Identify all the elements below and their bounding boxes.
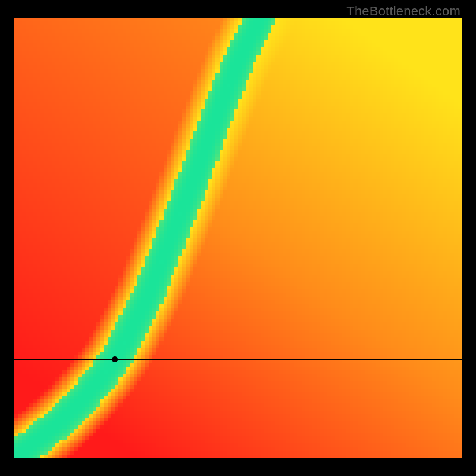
marker-dot (112, 356, 118, 362)
crosshair-horizontal (14, 359, 462, 360)
chart-frame: TheBottleneck.com (0, 0, 476, 476)
heatmap-plot (14, 18, 462, 458)
crosshair-vertical (115, 18, 115, 458)
heatmap-canvas (14, 18, 462, 458)
watermark-text: TheBottleneck.com (346, 4, 461, 19)
